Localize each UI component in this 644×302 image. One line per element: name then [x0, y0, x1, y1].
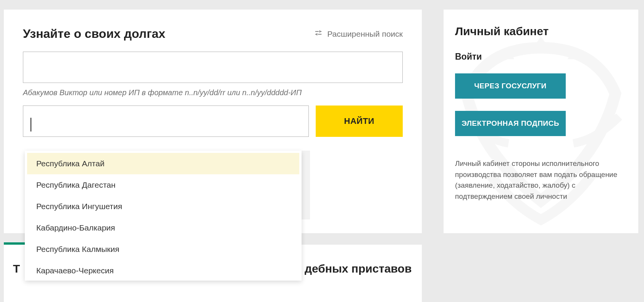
search-header-row: Узнайте о своих долгах Расширенный поиск	[23, 27, 403, 41]
advanced-search-link[interactable]: Расширенный поиск	[314, 29, 403, 39]
sidebar-description: Личный кабинет стороны исполнительного п…	[455, 158, 627, 202]
region-option[interactable]: Республика Алтай	[27, 153, 299, 174]
find-button[interactable]: НАЙТИ	[316, 106, 403, 137]
search-row-2: НАЙТИ	[23, 106, 403, 137]
text-caret	[31, 118, 31, 132]
advanced-search-label: Расширенный поиск	[327, 29, 403, 39]
search-title: Узнайте о своих долгах	[23, 27, 165, 41]
region-dropdown-list[interactable]: Республика АлтайРеспублика ДагестанРеспу…	[25, 151, 302, 281]
search-helper-text: Абакумов Виктор или номер ИП в формате n…	[23, 88, 403, 97]
search-query-input[interactable]	[23, 52, 403, 83]
region-option[interactable]: Кабардино-Балкария	[27, 217, 299, 239]
region-option[interactable]: Республика Ингушетия	[27, 196, 299, 217]
region-option[interactable]: Республика Калмыкия	[27, 239, 299, 260]
bottom-heading-left-fragment: Т	[13, 262, 20, 275]
sliders-icon	[314, 29, 323, 39]
sidebar-card: Личный кабинет Войти ЧЕРЕЗ ГОСУСЛУГИ ЭЛЕ…	[444, 10, 638, 233]
login-signature-button[interactable]: ЭЛЕКТРОННАЯ ПОДПИСЬ	[455, 111, 566, 136]
sidebar-title: Личный кабинет	[455, 25, 627, 38]
region-option[interactable]: Карачаево-Черкесия	[27, 260, 299, 281]
login-label: Войти	[455, 52, 627, 62]
region-dropdown: Республика АлтайРеспублика ДагестанРеспу…	[25, 151, 302, 281]
bottom-heading-right-fragment: дебных приставов	[305, 262, 412, 275]
region-input[interactable]	[23, 106, 309, 137]
region-option[interactable]: Республика Дагестан	[27, 174, 299, 196]
login-gosuslugi-button[interactable]: ЧЕРЕЗ ГОСУСЛУГИ	[455, 73, 566, 99]
